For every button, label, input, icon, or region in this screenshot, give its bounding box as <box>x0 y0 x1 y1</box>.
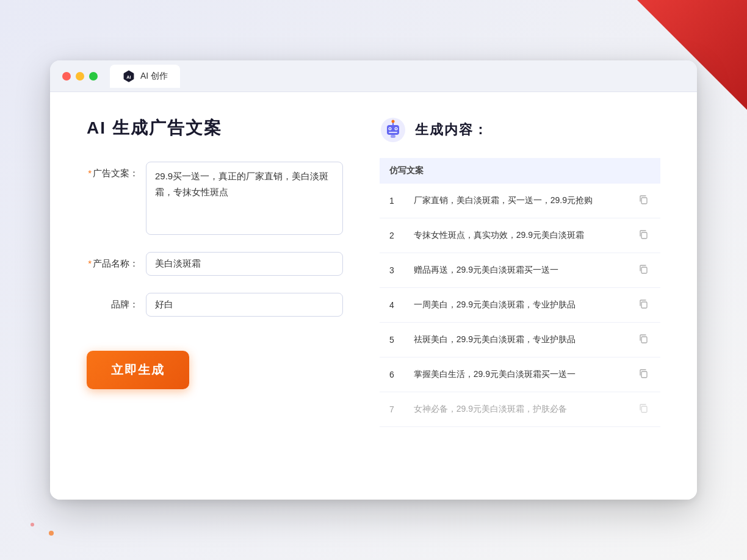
left-panel: AI 生成广告文案 *广告文案： 29.9买一送一，真正的厂家直销，美白淡斑霜，… <box>87 117 343 475</box>
copy-button[interactable] <box>636 296 651 314</box>
row-number: 3 <box>380 253 404 288</box>
svg-point-7 <box>395 128 397 129</box>
row-number: 6 <box>380 357 404 392</box>
ad-copy-group: *广告文案： 29.9买一送一，真正的厂家直销，美白淡斑霜，专抹女性斑点 <box>87 162 343 235</box>
row-text: 掌握美白生活，29.9元美白淡斑霜买一送一 <box>404 357 626 392</box>
svg-rect-3 <box>387 125 399 135</box>
row-text: 女神必备，29.9元美白淡斑霜，护肤必备 <box>404 392 626 427</box>
svg-rect-11 <box>391 135 395 138</box>
table-header-copy: 仿写文案 <box>380 158 626 184</box>
result-title: 生成内容： <box>415 121 488 139</box>
result-header: 生成内容： <box>380 117 660 143</box>
table-row: 5祛斑美白，29.9元美白淡斑霜，专业护肤品 <box>380 323 660 357</box>
robot-icon <box>380 117 406 143</box>
table-row: 1厂家直销，美白淡斑霜，买一送一，29.9元抢购 <box>380 184 660 218</box>
copy-button[interactable] <box>636 262 651 279</box>
table-row: 3赠品再送，29.9元美白淡斑霜买一送一 <box>380 253 660 288</box>
svg-text:AI: AI <box>126 74 131 79</box>
copy-button[interactable] <box>636 366 651 383</box>
row-text: 祛斑美白，29.9元美白淡斑霜，专业护肤品 <box>404 323 626 357</box>
right-panel: 生成内容： 仿写文案 1厂家直销，美白淡斑霜，买一送一，29.9元抢购2专抹女性… <box>380 117 660 475</box>
table-row: 6掌握美白生活，29.9元美白淡斑霜买一送一 <box>380 357 660 392</box>
table-row: 7女神必备，29.9元美白淡斑霜，护肤必备 <box>380 392 660 427</box>
traffic-light-red[interactable] <box>62 72 71 81</box>
copy-button[interactable] <box>636 227 651 244</box>
copy-button[interactable] <box>636 331 651 348</box>
row-text: 赠品再送，29.9元美白淡斑霜买一送一 <box>404 253 626 288</box>
row-text: 一周美白，29.9元美白淡斑霜，专业护肤品 <box>404 288 626 323</box>
product-name-required: * <box>88 258 92 268</box>
svg-rect-15 <box>641 302 647 308</box>
ad-copy-textarea[interactable]: 29.9买一送一，真正的厂家直销，美白淡斑霜，专抹女性斑点 <box>146 162 343 235</box>
row-number: 5 <box>380 323 404 357</box>
svg-rect-17 <box>641 372 647 378</box>
generate-button[interactable]: 立即生成 <box>87 351 189 389</box>
ad-copy-required: * <box>88 168 92 178</box>
table-header-action <box>626 158 660 184</box>
svg-rect-12 <box>641 198 647 204</box>
svg-point-6 <box>389 128 391 129</box>
brand-group: 品牌： <box>87 293 343 317</box>
result-table: 仿写文案 1厂家直销，美白淡斑霜，买一送一，29.9元抢购2专抹女性斑点，真实功… <box>380 158 660 427</box>
traffic-light-yellow[interactable] <box>76 72 84 81</box>
svg-point-10 <box>392 120 395 123</box>
page-title: AI 生成广告文案 <box>87 117 343 140</box>
row-number: 2 <box>380 218 404 253</box>
table-row: 4一周美白，29.9元美白淡斑霜，专业护肤品 <box>380 288 660 323</box>
svg-rect-8 <box>389 132 397 133</box>
row-text: 厂家直销，美白淡斑霜，买一送一，29.9元抢购 <box>404 184 626 218</box>
copy-button[interactable] <box>636 401 651 418</box>
row-number: 1 <box>380 184 404 218</box>
product-name-label: *产品名称： <box>87 252 139 270</box>
row-text: 专抹女性斑点，真实功效，29.9元美白淡斑霜 <box>404 218 626 253</box>
table-row: 2专抹女性斑点，真实功效，29.9元美白淡斑霜 <box>380 218 660 253</box>
row-number: 7 <box>380 392 404 427</box>
decoration-dot-2 <box>31 523 34 526</box>
brand-label: 品牌： <box>87 293 139 311</box>
row-number: 4 <box>380 288 404 323</box>
browser-titlebar: AI AI 创作 <box>50 60 697 92</box>
ai-tab-icon: AI <box>122 70 135 83</box>
svg-rect-14 <box>641 267 647 273</box>
traffic-light-green[interactable] <box>89 72 98 81</box>
brand-input[interactable] <box>146 293 343 317</box>
product-name-group: *产品名称： <box>87 252 343 276</box>
decoration-dot-1 <box>49 531 54 536</box>
product-name-input[interactable] <box>146 252 343 276</box>
browser-window: AI AI 创作 AI 生成广告文案 *广告文案： 29.9买一送一，真正的厂家… <box>50 60 697 500</box>
browser-content: AI 生成广告文案 *广告文案： 29.9买一送一，真正的厂家直销，美白淡斑霜，… <box>50 92 697 500</box>
svg-rect-13 <box>641 232 647 239</box>
tab-label: AI 创作 <box>140 71 168 82</box>
svg-rect-18 <box>641 406 647 412</box>
ad-copy-label: *广告文案： <box>87 162 139 179</box>
copy-button[interactable] <box>636 192 651 209</box>
browser-tab[interactable]: AI AI 创作 <box>110 65 180 88</box>
traffic-lights <box>62 72 98 81</box>
svg-rect-16 <box>641 337 647 343</box>
